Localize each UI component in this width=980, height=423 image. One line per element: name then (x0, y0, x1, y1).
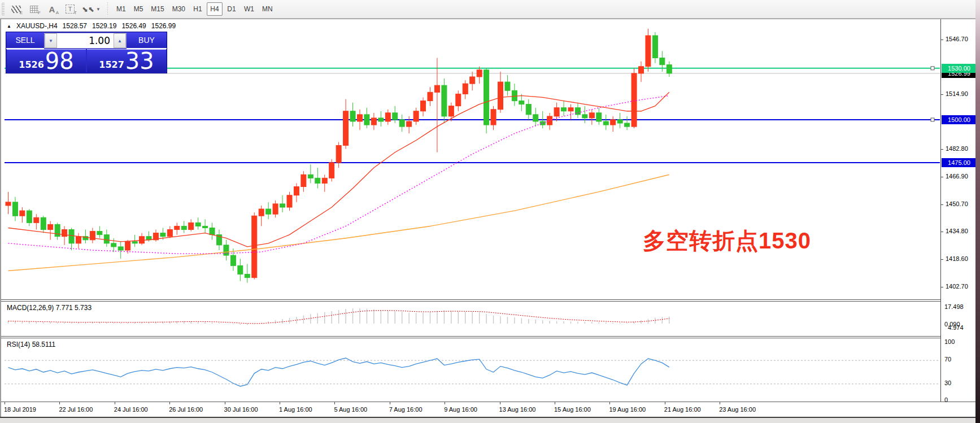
collapse-triangle-icon[interactable]: ▲ (7, 24, 11, 29)
rsi-label: RSI(14) 58.5111 (7, 341, 55, 348)
symbol-label: XAUUSD-,H4 (16, 22, 58, 30)
time-tick-mark (445, 402, 445, 404)
low-value: 1526.49 (121, 22, 146, 30)
time-tick-mark (555, 402, 555, 404)
chart-text-annotation[interactable]: 多空转折点1530 (643, 225, 811, 256)
price-tick-mark (941, 232, 943, 232)
time-tick-mark (500, 402, 500, 404)
price-tick-label: 1434.80 (946, 228, 968, 234)
rsi-indicator-pane[interactable] (5, 339, 940, 405)
time-tick-mark (334, 402, 335, 404)
chart-header: ▲ XAUUSD-,H4 1528.57 1529.19 1526.49 152… (7, 22, 176, 30)
price-tick-mark (941, 149, 943, 150)
time-label: 21 Aug 16:00 (664, 406, 701, 413)
rsi-scale-70: 70 (944, 356, 951, 363)
timeframe-button-M30[interactable]: M30 (169, 2, 189, 16)
timeframe-button-H4[interactable]: H4 (207, 2, 223, 16)
timeframe-button-W1[interactable]: W1 (241, 2, 258, 16)
macd-scale-min: 4.974 (948, 324, 964, 331)
timeframe-button-M15[interactable]: M15 (147, 2, 167, 16)
volume-increase-button[interactable]: ▲ (114, 33, 126, 48)
price-tick-label: 1482.80 (946, 145, 968, 152)
price-tick-mark (941, 40, 943, 40)
mt4-terminal: EFAATT⬊⬉ ▼ M1M5M15M30H1H4D1W1MN ▲ XAUUSD… (0, 0, 980, 423)
price-tick-mark (941, 177, 943, 177)
price-badge-1530.00: 1530.00 (942, 64, 977, 73)
window-bottom-edge (0, 417, 975, 423)
close-value: 1526.99 (151, 22, 176, 30)
price-tick-mark (941, 259, 943, 260)
pane-resize-handle-rsi[interactable] (1, 336, 940, 338)
volume-group: ▼ ▲ (44, 33, 127, 49)
rsi-svg (5, 339, 940, 403)
price-tick-label: 1514.90 (946, 90, 968, 97)
time-tick-mark (720, 402, 720, 404)
time-label: 26 Jul 16:00 (169, 406, 203, 413)
price-badge-1500.00: 1500.00 (942, 115, 977, 124)
text-box-icon[interactable]: TT (62, 2, 79, 16)
timeframe-button-MN[interactable]: MN (259, 2, 276, 16)
time-tick-mark (59, 402, 60, 404)
price-tick-label: 1418.60 (946, 255, 968, 262)
time-tick-mark (115, 402, 115, 404)
bid-main-digits: 1526 (19, 59, 44, 70)
hatch-chart-icon[interactable]: E (7, 2, 24, 16)
bid-price-tile[interactable]: 1526 98 (7, 49, 86, 72)
price-tick-mark (941, 94, 943, 95)
time-label: 24 Jul 16:00 (114, 406, 148, 413)
time-label: 30 Jul 16:00 (224, 406, 258, 413)
price-tick-label: 1450.70 (946, 200, 968, 207)
toolbar: EFAATT⬊⬉ ▼ M1M5M15M30H1H4D1W1MN (0, 0, 980, 19)
time-tick-mark (225, 402, 225, 404)
price-tick-mark (941, 204, 943, 205)
time-tick-mark (665, 402, 665, 404)
time-label: 15 Aug 16:00 (554, 406, 591, 413)
arrows-dropdown-caret[interactable]: ▼ (94, 2, 102, 16)
time-tick-mark (390, 402, 390, 404)
time-axis[interactable]: 18 Jul 201922 Jul 16:0024 Jul 16:0026 Ju… (1, 402, 940, 417)
time-label: 22 Jul 16:00 (59, 406, 93, 413)
ask-pips-digits: 33 (125, 50, 154, 72)
volume-input[interactable] (57, 33, 114, 48)
toolbar-grip[interactable] (2, 3, 5, 15)
time-tick-mark (609, 402, 610, 404)
rsi-scale-0: 0 (944, 396, 948, 403)
time-label: 13 Aug 16:00 (499, 406, 536, 413)
drawing-tools-group: EFAATT⬊⬉ (7, 2, 97, 16)
text-label-icon[interactable]: AA (43, 2, 60, 16)
price-tick-mark (941, 287, 943, 287)
pane-resize-handle-macd[interactable] (1, 299, 940, 302)
bid-pips-digits: 98 (45, 50, 74, 72)
time-label: 23 Aug 16:00 (719, 406, 756, 413)
time-label: 18 Jul 2019 (4, 406, 36, 413)
rsi-scale-30: 30 (944, 380, 951, 386)
grid-icon[interactable]: F (25, 2, 42, 16)
macd-scale-max: 17.498 (944, 303, 964, 310)
time-label: 19 Aug 16:00 (609, 406, 646, 413)
timeframe-button-H1[interactable]: H1 (190, 2, 206, 16)
ask-price-tile[interactable]: 1527 33 (87, 49, 166, 72)
time-tick-mark (280, 402, 280, 404)
price-tick-label: 1402.70 (946, 283, 968, 290)
price-badge-1475.00: 1475.00 (942, 158, 977, 167)
high-value: 1529.19 (92, 22, 116, 30)
open-value: 1528.57 (63, 22, 87, 30)
desktop-edge (975, 0, 980, 423)
timeframes-group: M1M5M15M30H1H4D1W1MN (112, 2, 277, 16)
one-click-trade-panel: SELL ▼ ▲ BUY 1526 98 1527 33 (6, 32, 167, 73)
timeframe-button-M5[interactable]: M5 (130, 2, 147, 16)
time-label: 9 Aug 16:00 (444, 406, 477, 413)
volume-decrease-button[interactable]: ▼ (45, 33, 57, 48)
timeframe-button-M1[interactable]: M1 (113, 2, 129, 16)
rsi-scale-100: 100 (944, 338, 955, 345)
buy-button[interactable]: BUY (127, 32, 167, 49)
macd-label: MACD(12,26,9) 7.771 5.733 (7, 304, 92, 312)
macd-indicator-pane[interactable] (5, 302, 940, 341)
timeframe-button-D1[interactable]: D1 (224, 2, 239, 16)
ask-main-digits: 1527 (99, 59, 124, 70)
sell-button[interactable]: SELL (6, 32, 44, 49)
time-label: 5 Aug 16:00 (334, 406, 367, 413)
time-label: 1 Aug 16:00 (279, 406, 312, 413)
chart-window: ▲ XAUUSD-,H4 1528.57 1529.19 1526.49 152… (0, 19, 975, 417)
price-tick-label: 1466.90 (946, 173, 968, 180)
